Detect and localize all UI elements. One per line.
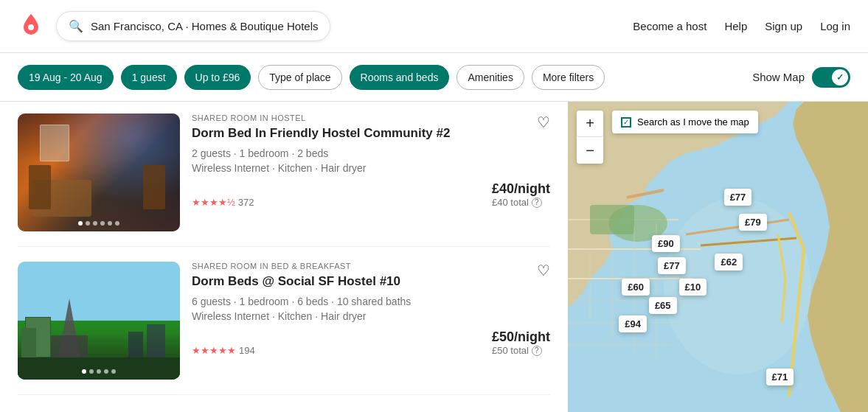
- search-as-move-label: Search as I move the map: [637, 116, 749, 128]
- help-link[interactable]: Help: [724, 20, 747, 32]
- wishlist-button[interactable]: ♡: [537, 262, 550, 279]
- rooms-and-beds-filter[interactable]: Rooms and beds: [350, 65, 450, 90]
- login-link[interactable]: Log in: [820, 20, 850, 32]
- filter-bar: 19 Aug - 20 Aug 1 guest Up to £96 Type o…: [0, 53, 868, 102]
- listing-amenities: Wireless Internet · Kitchen · Hair dryer: [192, 162, 550, 174]
- wishlist-button[interactable]: ♡: [537, 114, 550, 131]
- price-per-night: £50/night: [492, 329, 550, 345]
- dates-filter[interactable]: 19 Aug - 20 Aug: [18, 65, 114, 90]
- logo[interactable]: [18, 12, 44, 41]
- content-area: ♡ SHARED ROOM IN HOSTEL Dorm Bed In Frie…: [0, 102, 868, 412]
- listing-details: ♡ SHARED ROOM IN BED & BREAKFAST Dorm Be…: [192, 262, 550, 380]
- zoom-in-button[interactable]: +: [577, 111, 603, 137]
- dot: [97, 369, 101, 374]
- price-total: £50 total ?: [492, 345, 550, 356]
- listing-details: ♡ SHARED ROOM IN HOSTEL Dorm Bed In Frie…: [192, 114, 550, 231]
- signup-link[interactable]: Sign up: [765, 20, 802, 32]
- price-pin[interactable]: £62: [715, 254, 743, 270]
- listing-meta: 6 guests · 1 bedroom · 6 beds · 10 share…: [192, 296, 550, 307]
- dot: [86, 221, 90, 226]
- price-pin[interactable]: £60: [622, 279, 650, 296]
- search-bar[interactable]: 🔍 San Francisco, CA · Homes & Boutique H…: [56, 11, 330, 41]
- listing-type: SHARED ROOM IN BED & BREAKFAST: [192, 262, 550, 270]
- listing-title: Dorm Bed In Friendly Hostel Community #2: [192, 125, 550, 142]
- dot: [78, 221, 83, 226]
- listing-footer: ★★★★½ 372 £40/night £40 total ?: [192, 181, 550, 208]
- price-info-icon[interactable]: ?: [532, 346, 542, 356]
- map-panel: + − ✓ Search as I move the map £77 £79 £…: [568, 102, 868, 412]
- listing-card: ♡ SHARED ROOM IN BED & BREAKFAST Dorm Be…: [18, 262, 550, 395]
- show-map-label: Show Map: [752, 71, 805, 83]
- price-filter[interactable]: Up to £96: [184, 65, 251, 90]
- dot: [108, 221, 112, 226]
- dot: [115, 221, 119, 226]
- price-pin[interactable]: £94: [619, 315, 647, 332]
- listing-card: ♡ SHARED ROOM IN HOSTEL Dorm Bed In Frie…: [18, 114, 550, 247]
- stars: ★★★★★: [192, 345, 236, 356]
- listing-image: [18, 114, 180, 231]
- map-controls: + −: [577, 111, 603, 164]
- search-as-move[interactable]: ✓ Search as I move the map: [612, 111, 758, 133]
- header: 🔍 San Francisco, CA · Homes & Boutique H…: [0, 0, 868, 53]
- listing-amenities: Wireless Internet · Kitchen · Hair dryer: [192, 310, 550, 322]
- listing-footer: ★★★★★ 194 £50/night £50 total ?: [192, 329, 550, 356]
- price-block: £50/night £50 total ?: [492, 329, 550, 356]
- rating-row: ★★★★½ 372: [192, 197, 254, 208]
- dot: [93, 221, 97, 226]
- price-info-icon[interactable]: ?: [532, 198, 542, 208]
- svg-point-0: [28, 24, 34, 30]
- svg-rect-10: [590, 205, 634, 234]
- price-block: £40/night £40 total ?: [492, 181, 550, 208]
- listing-image: [18, 262, 180, 380]
- review-count: 194: [239, 345, 255, 356]
- dot: [89, 369, 94, 374]
- price-pin[interactable]: £79: [739, 214, 767, 231]
- show-map-toggle[interactable]: ✓: [812, 67, 850, 88]
- image-dots: [78, 221, 119, 226]
- review-count: 372: [238, 197, 254, 208]
- price-pin[interactable]: £71: [766, 369, 794, 385]
- type-of-place-filter[interactable]: Type of place: [258, 65, 341, 90]
- image-dots: [82, 369, 116, 374]
- listing-title: Dorm Beds @ Social SF Hostel #10: [192, 273, 550, 290]
- guests-filter[interactable]: 1 guest: [121, 65, 177, 90]
- price-per-night: £40/night: [492, 181, 550, 197]
- dot: [104, 369, 108, 374]
- show-map-toggle-wrap: Show Map ✓: [752, 67, 850, 88]
- listings-panel: ♡ SHARED ROOM IN HOSTEL Dorm Bed In Frie…: [0, 102, 568, 412]
- price-pin[interactable]: £77: [724, 189, 752, 206]
- search-move-checkbox[interactable]: ✓: [621, 117, 631, 128]
- search-icon: 🔍: [69, 19, 83, 33]
- search-query: San Francisco, CA · Homes & Boutique Hot…: [91, 20, 318, 32]
- dot: [111, 369, 116, 374]
- header-nav: Become a host Help Sign up Log in: [633, 20, 850, 32]
- listing-type: SHARED ROOM IN HOSTEL: [192, 114, 550, 122]
- stars: ★★★★½: [192, 197, 235, 208]
- amenities-filter[interactable]: Amenities: [456, 65, 524, 90]
- zoom-out-button[interactable]: −: [577, 137, 603, 164]
- rating-row: ★★★★★ 194: [192, 345, 255, 356]
- dot: [82, 369, 86, 374]
- price-pin[interactable]: £10: [679, 279, 707, 296]
- price-total: £40 total ?: [492, 197, 550, 208]
- more-filters-btn[interactable]: More filters: [532, 65, 605, 90]
- become-host-link[interactable]: Become a host: [633, 20, 706, 32]
- price-pin[interactable]: £90: [652, 235, 680, 252]
- listing-meta: 2 guests · 1 bedroom · 2 beds: [192, 147, 550, 159]
- header-left: 🔍 San Francisco, CA · Homes & Boutique H…: [18, 11, 330, 41]
- toggle-thumb: ✓: [832, 69, 848, 85]
- price-pin[interactable]: £65: [649, 297, 677, 314]
- dot: [100, 221, 105, 226]
- price-pin[interactable]: £77: [658, 257, 686, 274]
